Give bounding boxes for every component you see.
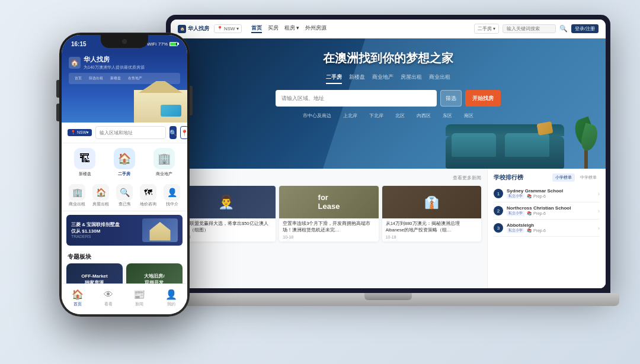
- phone-search-input[interactable]: [95, 126, 166, 139]
- news-header: 资讯 查看更多新闻: [177, 173, 481, 182]
- phone-sub-icon-circle-comm: 🏢: [69, 184, 85, 201]
- school-meta-2: 私立小学 📚 Prep-6: [507, 211, 594, 216]
- phone-nav-profile[interactable]: 👤 我的: [165, 289, 177, 307]
- phone-nav-news-icon: 📰: [133, 289, 145, 300]
- news-more-link[interactable]: 查看更多新闻: [453, 175, 481, 181]
- phone-sub-icon-circle-agent: 👤: [164, 184, 180, 201]
- site-search-input[interactable]: [503, 24, 556, 33]
- phone-sub-icon-comm-rental[interactable]: 🏢 商业出租: [69, 184, 85, 207]
- news-item-3-date: 10-18: [386, 235, 478, 239]
- school-chevron-2: ›: [598, 208, 600, 214]
- phone-banner-brand: TRADERS: [71, 234, 139, 239]
- laptop-notch: [364, 293, 412, 300]
- phone-sub-icon-sold[interactable]: 🔍 查已售: [116, 184, 133, 207]
- site-location[interactable]: 📍 NSW ▾: [214, 24, 242, 33]
- phone-banner-title: 三菱 & 宝国联排别墅盘仅从 $1.130M: [71, 222, 139, 234]
- login-button[interactable]: 登录/注册: [571, 24, 599, 33]
- hero-search-button[interactable]: 开始找房: [465, 90, 501, 107]
- news-item-1[interactable]: 👨‍💼 如果联盟党赢得大选，将拿出$50亿让澳人更房（组图） 10-18: [177, 186, 276, 241]
- phone-cat-new[interactable]: 新楼盘: [108, 75, 123, 82]
- phone-nav-home-icon: 🏠: [72, 289, 84, 300]
- region-tag-south[interactable]: 南区: [460, 111, 477, 120]
- news-img-3: 👔: [382, 186, 481, 218]
- hero-tab-rental[interactable]: 房屋出租: [401, 73, 422, 84]
- phone-search-icon-button[interactable]: 🔍: [169, 126, 177, 139]
- phone-icon-newdev[interactable]: 🏗 新楼盘: [74, 148, 95, 177]
- phone-sub-icon-land[interactable]: 🗺 地价咨询: [140, 184, 156, 207]
- region-tag-inner-west[interactable]: 内西区: [413, 111, 434, 120]
- school-grade-2: 📚 Prep-6: [527, 211, 546, 216]
- news-item-2[interactable]: forLease 空置率连续3个月下滑，开发商拥抱高端市场！澳洲租赁危机还未完……: [279, 186, 378, 241]
- location-pin-icon: 📍: [217, 26, 223, 31]
- nav-item-overseas[interactable]: 外州房源: [305, 24, 327, 33]
- phone-power-button[interactable]: [190, 86, 193, 115]
- region-tag-lower-north[interactable]: 下北岸: [366, 111, 387, 120]
- school-item-1[interactable]: 1 Sydney Grammar School 私立小学 📚 Prep-6 ›: [494, 185, 600, 202]
- news-item-3-text: 从14万到880万澳元：揭秘澳洲总理Albanese的地产投资策略（组…: [386, 221, 478, 233]
- hero-search-input[interactable]: [276, 90, 437, 107]
- school-rank-1: 1: [494, 189, 503, 198]
- phone-banner-image: [142, 218, 178, 242]
- hero-tab-newdev[interactable]: 新楼盘: [349, 73, 365, 84]
- phone-sub-label-land: 地价咨询: [140, 202, 156, 207]
- school-meta-1: 私立小学 📚 Prep-6: [507, 194, 594, 199]
- battery-indicator: [169, 42, 178, 46]
- phone-location-text: NSW▾: [77, 130, 89, 135]
- phone-nav-news[interactable]: 📰 新闻: [133, 289, 145, 307]
- hero-tab-comm-rental[interactable]: 商业出租: [429, 73, 450, 84]
- region-tag-east[interactable]: 东区: [439, 111, 456, 120]
- phone-sub-icon-circle-sold: 🔍: [116, 184, 133, 201]
- school-rank-2: 2: [494, 206, 503, 215]
- site-logo-icon: 🏠: [178, 25, 186, 33]
- hero-filter-button[interactable]: 筛选: [440, 90, 462, 107]
- school-chevron-3: ›: [598, 225, 600, 231]
- region-tag-north[interactable]: 北区: [392, 111, 408, 120]
- hero-title: 在澳洲找到你的梦想之家: [323, 50, 453, 66]
- school-item-3[interactable]: 3 Abbotsleigh 私立小学 📚 Prep-6 ›: [494, 220, 600, 237]
- phone-nav-browse[interactable]: 👁 看看: [104, 289, 113, 307]
- hero-tab-secondhand[interactable]: 二手房: [326, 73, 342, 84]
- school-name-1: Sydney Grammar School: [507, 188, 594, 194]
- nav-item-home[interactable]: 首页: [251, 24, 262, 33]
- nav-item-rent[interactable]: 租房 ▾: [284, 24, 300, 33]
- phone-nav-home-label: 首页: [73, 301, 82, 307]
- phone-banner-ad[interactable]: 三菱 & 宝国联排别墅盘仅从 $1.130M TRADERS: [66, 215, 183, 246]
- region-tag-upper-north[interactable]: 上北岸: [340, 111, 361, 120]
- phone-volume-up-button[interactable]: [56, 80, 59, 98]
- phone-volume-down-button[interactable]: [56, 104, 59, 121]
- news-img-2: forLease: [279, 186, 378, 218]
- phone-map-button[interactable]: 📍: [180, 126, 187, 139]
- news-item-3[interactable]: 👔 从14万到880万澳元：揭秘澳洲总理Albanese的地产投资策略（组… 1…: [382, 186, 481, 241]
- battery-label: 77%: [158, 41, 168, 47]
- phone-featured-header: 专题板块: [62, 249, 187, 263]
- phone-banner-text: 三菱 & 宝国联排别墅盘仅从 $1.130M TRADERS: [71, 222, 139, 239]
- nav-item-buy[interactable]: 买房: [268, 24, 279, 33]
- phone-location-badge[interactable]: 📍 NSW▾: [68, 129, 92, 136]
- school-type-tag-2: 私立小学: [507, 211, 524, 216]
- phone-sub-icon-rental[interactable]: 🏠 房屋出租: [92, 184, 109, 207]
- school-item-2[interactable]: 2 Northcross Christian School 私立小学 📚 Pre…: [494, 202, 600, 220]
- school-tab-primary[interactable]: 小学榜单: [552, 173, 575, 182]
- phone-sub-label-rental: 房屋出租: [92, 202, 109, 207]
- phone-icon-label-secondhand: 二手房: [118, 171, 130, 177]
- phone-icon-box-commercial: 🏢: [153, 148, 175, 169]
- battery-fill: [170, 43, 176, 46]
- location-text: NSW ▾: [224, 26, 239, 31]
- nav-section-selector[interactable]: 二手房 ▾: [474, 24, 499, 34]
- region-tag-cbd[interactable]: 市中心及南边: [299, 111, 335, 120]
- search-icon[interactable]: 🔍: [559, 25, 568, 33]
- school-title: 学校排行榜: [494, 173, 523, 182]
- news-item-2-content: 空置率连续3个月下滑，开发商拥抱高端市场！澳洲租赁危机还未完… 10-18: [279, 218, 378, 241]
- phone-logo-text: 华人找房: [84, 55, 145, 64]
- phone-outer-shell: 16:15 ▌▌▌ WiFi 77%: [59, 33, 190, 317]
- hero-tab-commercial[interactable]: 商业地产: [372, 73, 393, 84]
- phone-cat-homepage[interactable]: 首页: [72, 75, 84, 82]
- phone-sub-icon-agent[interactable]: 👤 找中介: [164, 184, 180, 207]
- school-header: 学校排行榜 小学榜单 中学榜单: [494, 173, 600, 182]
- phone-cat-rental[interactable]: 筛选出租: [87, 75, 105, 82]
- school-type-tag-1: 私立小学: [507, 194, 524, 199]
- school-tab-secondary[interactable]: 中学榜单: [577, 173, 600, 182]
- phone-nav-home[interactable]: 🏠 首页: [72, 289, 84, 307]
- phone-icon-secondhand[interactable]: 🏠 二手房: [114, 148, 135, 177]
- phone-icon-commercial[interactable]: 🏢 商业地产: [153, 148, 175, 177]
